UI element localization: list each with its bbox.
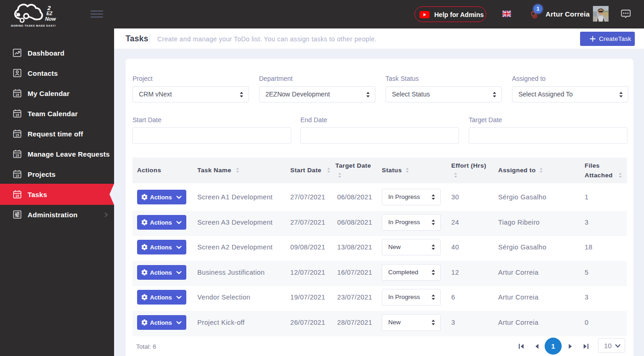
svg-text:15: 15 — [16, 154, 19, 157]
svg-text:BORING TASKS MADE EASY!: BORING TASKS MADE EASY! — [11, 24, 56, 27]
svg-text:15: 15 — [16, 113, 19, 117]
svg-text:2: 2 — [47, 5, 51, 11]
svg-text:15: 15 — [16, 174, 19, 177]
svg-text:15: 15 — [16, 194, 19, 198]
svg-text:15: 15 — [16, 134, 19, 137]
svg-text:Now: Now — [45, 16, 57, 22]
svg-text:EZ: EZ — [46, 11, 53, 16]
svg-text:15: 15 — [16, 93, 19, 96]
